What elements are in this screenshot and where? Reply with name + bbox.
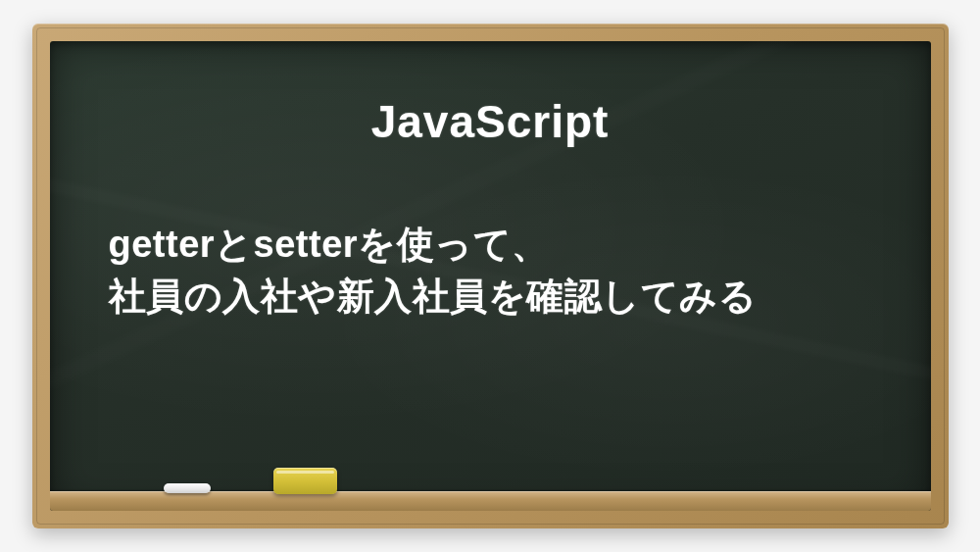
- body-line-1: getterとsetterを使って、: [109, 219, 911, 271]
- chalk-tray: [50, 491, 931, 511]
- board-body: getterとsetterを使って、 社員の入社や新入社員を確認してみる: [50, 219, 931, 323]
- eraser-icon: [273, 468, 337, 494]
- chalkboard-surface: JavaScript getterとsetterを使って、 社員の入社や新入社員…: [50, 41, 931, 511]
- board-title: JavaScript: [50, 95, 931, 148]
- chalk-icon: [164, 483, 211, 493]
- body-line-2: 社員の入社や新入社員を確認してみる: [109, 271, 911, 323]
- chalkboard-frame: JavaScript getterとsetterを使って、 社員の入社や新入社員…: [32, 24, 949, 528]
